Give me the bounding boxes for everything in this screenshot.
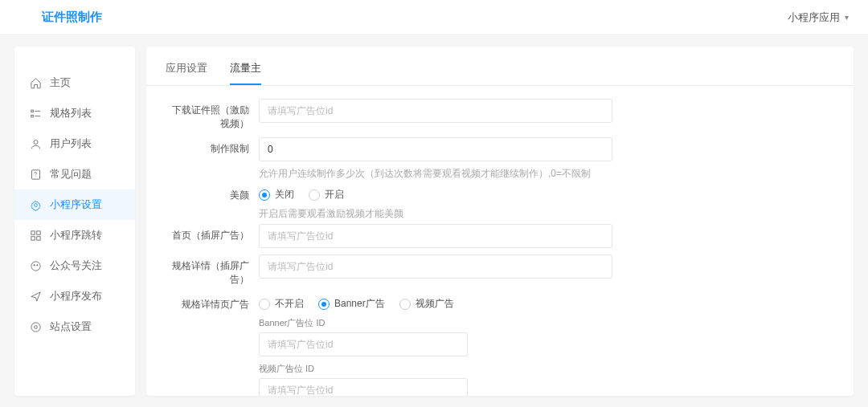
list-icon (29, 107, 42, 120)
radio-dot-icon (259, 189, 270, 201)
label-beauty: 美颜 (166, 184, 259, 202)
input-spec-video-id[interactable] (259, 378, 468, 396)
input-home-interstitial[interactable] (259, 224, 612, 248)
svg-point-13 (34, 264, 35, 265)
sidebar-item-miniapp-publish[interactable]: 小程序发布 (14, 281, 135, 311)
app-header: 证件照制作 小程序应用 ▾ (0, 0, 868, 35)
svg-point-14 (36, 264, 37, 265)
input-spec-banner-id[interactable] (259, 332, 468, 356)
sidebar-item-label: 小程序跳转 (50, 228, 102, 242)
grid-icon (29, 229, 42, 242)
home-icon (29, 76, 42, 89)
radio-dot-icon (399, 299, 411, 310)
sidebar-item-label: 规格列表 (50, 106, 92, 120)
radio-spec-none[interactable]: 不开启 (259, 297, 304, 311)
radio-dot-icon (318, 299, 330, 310)
sidebar-item-miniapp-jump[interactable]: 小程序跳转 (14, 220, 135, 250)
gear-icon (29, 198, 42, 211)
sidebar-item-label: 主页 (50, 75, 71, 90)
svg-point-7 (34, 203, 37, 206)
sidebar-item-faq[interactable]: 常见问题 (14, 159, 135, 189)
tabs: 应用设置 流量主 (146, 47, 854, 86)
input-limit[interactable] (259, 137, 612, 161)
radio-spec-video[interactable]: 视频广告 (399, 297, 454, 311)
question-icon (29, 168, 42, 181)
users-icon (29, 137, 42, 150)
content-panel: 应用设置 流量主 下载证件照（激励视频） 制作限制 允许用户连续制作多少次（到达… (146, 47, 854, 396)
header-app-menu[interactable]: 小程序应用 ▾ (788, 10, 849, 25)
input-spec-interstitial[interactable] (259, 254, 612, 279)
send-icon (29, 290, 42, 303)
svg-rect-10 (31, 236, 34, 239)
sidebar-item-label: 站点设置 (50, 319, 92, 334)
radio-group-beauty: 关闭 开启 (259, 184, 612, 201)
form: 下载证件照（激励视频） 制作限制 允许用户连续制作多少次（到达次数将需要观看视频… (146, 86, 854, 396)
input-download-ad[interactable] (259, 99, 612, 123)
cog-icon (29, 320, 42, 333)
svg-point-12 (31, 261, 39, 270)
sidebar-item-label: 常见问题 (50, 167, 92, 181)
svg-point-16 (34, 325, 37, 328)
header-app-menu-label: 小程序应用 (788, 10, 840, 25)
radio-dot-icon (309, 189, 320, 201)
radio-group-spec-ad: 不开启 Banner广告 视频广告 (259, 293, 612, 311)
radio-spec-banner[interactable]: Banner广告 (318, 297, 385, 311)
sidebar-item-label: 小程序发布 (50, 289, 102, 303)
sidebar-item-label: 用户列表 (50, 136, 92, 151)
svg-rect-8 (31, 230, 34, 234)
radio-beauty-off[interactable]: 关闭 (259, 188, 294, 201)
hint-limit: 允许用户连续制作多少次（到达次数将需要观看视频才能继续制作）,0=不限制 (259, 166, 612, 181)
chevron-down-icon: ▾ (845, 13, 849, 22)
label-download: 下载证件照（激励视频） (166, 99, 259, 131)
radio-beauty-on[interactable]: 开启 (309, 188, 344, 201)
tab-traffic-master[interactable]: 流量主 (230, 61, 261, 85)
svg-point-15 (31, 322, 39, 331)
sidebar: 主页 规格列表 用户列表 常见问题 小程序设置 小程序跳转 公众号关注 小程序 (14, 47, 135, 396)
sidebar-item-miniapp-settings[interactable]: 小程序设置 (14, 189, 135, 220)
sidebar-item-site-settings[interactable]: 站点设置 (14, 311, 135, 342)
svg-point-4 (34, 140, 38, 144)
radio-dot-icon (259, 299, 270, 310)
label-spec-interstitial: 规格详情（插屏广告） (166, 254, 259, 287)
svg-rect-9 (36, 230, 39, 234)
sublabel-spec-video: 视频广告位 ID (259, 363, 612, 375)
hint-beauty: 开启后需要观看激励视频才能美颜 (259, 206, 612, 221)
app-title: 证件照制作 (42, 10, 102, 25)
sidebar-item-wechat-follow[interactable]: 公众号关注 (14, 250, 135, 281)
svg-rect-11 (36, 236, 39, 239)
sidebar-item-label: 小程序设置 (50, 197, 102, 212)
label-spec-page-ad: 规格详情页广告 (166, 293, 259, 311)
sidebar-item-home[interactable]: 主页 (14, 67, 135, 98)
tab-app-settings[interactable]: 应用设置 (166, 61, 207, 85)
label-limit: 制作限制 (166, 137, 259, 156)
wechat-icon (29, 259, 42, 272)
sublabel-spec-banner: Banner广告位 ID (259, 317, 612, 329)
sidebar-item-label: 公众号关注 (50, 258, 102, 273)
label-home-interstitial: 首页（插屏广告） (166, 224, 259, 242)
sidebar-item-users[interactable]: 用户列表 (14, 128, 135, 159)
page-body: 主页 规格列表 用户列表 常见问题 小程序设置 小程序跳转 公众号关注 小程序 (0, 35, 868, 407)
svg-rect-0 (31, 110, 33, 112)
sidebar-item-specs[interactable]: 规格列表 (14, 98, 135, 128)
svg-rect-1 (31, 115, 33, 117)
